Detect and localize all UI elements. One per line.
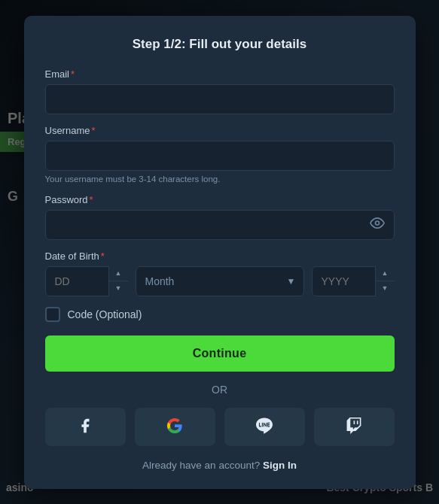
continue-button[interactable]: Continue (45, 335, 395, 372)
dob-dd-up[interactable]: ▲ (109, 266, 128, 282)
email-label: Email* (45, 68, 395, 80)
twitch-icon (346, 417, 362, 436)
svg-point-0 (375, 221, 379, 225)
dob-dd-down[interactable]: ▼ (109, 281, 128, 296)
username-input[interactable] (45, 141, 395, 171)
or-divider: OR (45, 384, 395, 396)
username-label: Username* (45, 125, 395, 136)
code-label: Code (Optional) (68, 308, 142, 320)
modal-backdrop: Step 1/2: Fill out your details Email* U… (0, 0, 439, 504)
email-group: Email* (45, 68, 395, 114)
username-hint: Your username must be 3-14 characters lo… (45, 175, 395, 184)
password-input[interactable] (45, 210, 395, 240)
signin-row: Already have an account? Sign In (45, 460, 395, 471)
username-group: Username* Your username must be 3-14 cha… (45, 125, 395, 184)
toggle-password-icon[interactable] (370, 215, 385, 234)
registration-modal: Step 1/2: Fill out your details Email* U… (24, 16, 416, 489)
password-group: Password* (45, 194, 395, 240)
dob-required: * (101, 250, 105, 262)
username-required: * (91, 125, 95, 136)
social-buttons-row (45, 408, 395, 446)
facebook-login-button[interactable] (45, 408, 126, 446)
password-required: * (90, 194, 93, 205)
signin-link[interactable]: Sign In (263, 460, 297, 471)
code-checkbox[interactable] (45, 307, 60, 322)
dob-dd-spinner: ▲ ▼ (108, 266, 128, 296)
line-icon (256, 417, 273, 436)
email-input[interactable] (45, 84, 395, 114)
dob-dd-wrapper: ▲ ▼ (45, 266, 128, 296)
dob-row: ▲ ▼ Month January February March April M… (45, 266, 395, 296)
dob-yyyy-wrapper: ▲ ▼ (312, 266, 395, 296)
modal-title: Step 1/2: Fill out your details (45, 37, 395, 52)
dob-yyyy-up[interactable]: ▲ (376, 266, 395, 282)
twitch-login-button[interactable] (314, 408, 395, 446)
dob-group: Date of Birth* ▲ ▼ Month January Fe (45, 250, 395, 296)
dob-label: Date of Birth* (45, 250, 395, 262)
dob-month-select[interactable]: Month January February March April May J… (136, 266, 304, 296)
dob-yyyy-spinner: ▲ ▼ (375, 266, 395, 296)
line-login-button[interactable] (224, 408, 305, 446)
email-required: * (71, 68, 75, 80)
password-label: Password* (45, 194, 395, 205)
google-login-button[interactable] (135, 408, 215, 446)
facebook-icon (77, 417, 93, 436)
dob-yyyy-down[interactable]: ▼ (376, 281, 395, 296)
password-wrapper (45, 210, 395, 240)
signin-text: Already have an account? (142, 460, 260, 471)
google-icon (166, 417, 183, 436)
code-row: Code (Optional) (45, 307, 395, 322)
dob-month-wrapper: Month January February March April May J… (136, 266, 304, 296)
